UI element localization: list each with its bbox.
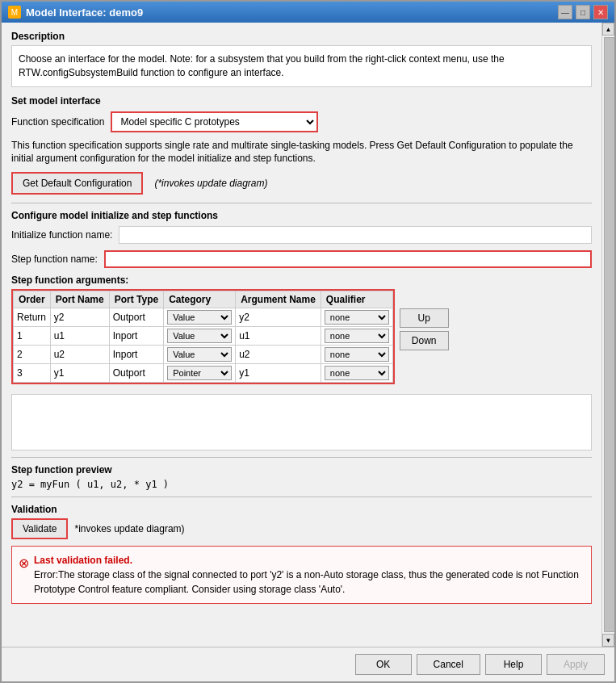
row2-category-select[interactable]: ValuePointer (167, 347, 232, 362)
row0-port-type: Outport (109, 308, 163, 327)
step-func-row: Step function name: myFun (11, 250, 592, 268)
row2-order: 2 (14, 346, 51, 364)
row2-qualifier[interactable]: noneconst (321, 346, 392, 364)
apply-button[interactable]: Apply (547, 654, 605, 675)
cancel-button[interactable]: Cancel (417, 654, 480, 675)
row1-port-type: Inport (109, 327, 163, 346)
row3-qualifier[interactable]: noneconst (321, 364, 392, 383)
row1-qualifier-select[interactable]: noneconst (325, 329, 389, 343)
scrollbar[interactable]: ▲ ▼ (601, 23, 614, 647)
row3-qualifier-select[interactable]: noneconst (325, 366, 389, 380)
row3-port-type: Outport (109, 364, 163, 383)
row1-category-select[interactable]: ValuePointer (167, 329, 232, 343)
col-qualifier: Qualifier (321, 291, 392, 308)
step-func-input[interactable]: myFun (104, 250, 592, 268)
func-spec-select[interactable]: Model specific C prototypes Default mode… (111, 111, 318, 132)
init-func-row: Initialize function name: demo9_initiali… (11, 226, 592, 244)
step-preview-label: Step function preview (11, 464, 592, 476)
col-category: Category (164, 291, 236, 308)
scroll-thumb[interactable] (604, 37, 614, 632)
row0-qualifier-select[interactable]: noneconst (325, 310, 389, 325)
row2-qualifier-select[interactable]: noneconst (325, 347, 389, 362)
minimize-button[interactable]: — (558, 5, 572, 19)
row1-category[interactable]: ValuePointer (164, 327, 236, 346)
init-func-input[interactable]: demo9_initialize (119, 226, 592, 244)
step-func-label: Step function name: (11, 254, 98, 265)
validation-label: Validation (11, 504, 592, 515)
row1-port-name: u1 (50, 327, 109, 346)
invokes-note: (*invokes update diagram) (154, 178, 267, 189)
col-order: Order (14, 291, 51, 308)
help-button[interactable]: Help (485, 654, 542, 675)
scroll-up-button[interactable]: ▲ (602, 23, 614, 36)
row3-port-name: y1 (50, 364, 109, 383)
row0-qualifier[interactable]: noneconst (321, 308, 392, 327)
row0-category-select[interactable]: ValuePointer (167, 310, 232, 325)
preview-text: y2 = myFun ( u1, u2, * y1 ) (11, 479, 592, 490)
get-default-config-button[interactable]: Get Default Configuration (11, 172, 143, 195)
close-button[interactable]: ✕ (593, 5, 608, 19)
row0-port-name: y2 (50, 308, 109, 327)
maximize-button[interactable]: □ (576, 5, 590, 19)
row3-arg-name: y1 (236, 364, 321, 383)
args-table: Order Port Name Port Type Category Argum… (13, 291, 393, 383)
main-window: M Model Interface: demo9 — □ ✕ Descripti… (0, 0, 616, 683)
down-button[interactable]: Down (400, 331, 449, 350)
error-title: Last validation failed. (34, 553, 585, 568)
row3-category[interactable]: ValuePointer (164, 364, 236, 383)
configure-label: Configure model initialize and step func… (11, 210, 592, 221)
info-text: This function specification supports sin… (11, 139, 592, 166)
window-icon: M (8, 6, 21, 19)
table-row: Return y2 Outport ValuePointer y2 (14, 308, 393, 327)
row3-category-select[interactable]: ValuePointer (167, 366, 232, 380)
row2-category[interactable]: ValuePointer (164, 346, 236, 364)
row2-arg-name: u2 (236, 346, 321, 364)
description-box: Choose an interface for the model. Note:… (11, 45, 592, 87)
error-icon: ⊗ (19, 554, 29, 573)
row2-port-name: u2 (50, 346, 109, 364)
validation-section: Validate *invokes update diagram) (11, 518, 592, 539)
row1-qualifier[interactable]: noneconst (321, 327, 392, 346)
validate-button[interactable]: Validate (11, 518, 68, 539)
init-func-label: Initialize function name: (11, 229, 112, 241)
scroll-down-button[interactable]: ▼ (602, 634, 614, 647)
row1-arg-name: u1 (236, 327, 321, 346)
up-button[interactable]: Up (400, 308, 449, 328)
row3-order: 3 (14, 364, 51, 383)
table-row: 3 y1 Outport ValuePointer y1 (14, 364, 393, 383)
side-buttons: Up Down (400, 308, 449, 350)
col-arg-name: Argument Name (236, 291, 321, 308)
validation-note: *invokes update diagram) (74, 523, 184, 534)
content-area: Description Choose an interface for the … (2, 23, 614, 681)
table-row: 1 u1 Inport ValuePointer u1 (14, 327, 393, 346)
title-bar: M Model Interface: demo9 — □ ✕ (2, 2, 614, 23)
window-title: Model Interface: demo9 (26, 6, 143, 19)
empty-area (11, 394, 592, 450)
col-port-type: Port Type (109, 291, 163, 308)
error-detail: Error:The storage class of the signal co… (34, 568, 585, 597)
row0-order: Return (14, 308, 51, 327)
error-box: ⊗ Last validation failed. Error:The stor… (11, 546, 592, 604)
row0-category[interactable]: ValuePointer (164, 308, 236, 327)
scroll-content: Description Choose an interface for the … (2, 23, 601, 647)
footer: OK Cancel Help Apply (2, 647, 614, 681)
args-table-section: Order Port Name Port Type Category Argum… (11, 289, 395, 384)
description-text: Choose an interface for the model. Note:… (19, 53, 505, 78)
table-with-buttons: Order Port Name Port Type Category Argum… (11, 289, 592, 388)
set-model-label: Set model interface (11, 95, 592, 107)
func-spec-label: Function specification (11, 116, 104, 128)
func-spec-row: Function specification Model specific C … (11, 111, 592, 132)
row0-arg-name: y2 (236, 308, 321, 327)
table-row: 2 u2 Inport ValuePointer u2 (14, 346, 393, 364)
row1-order: 1 (14, 327, 51, 346)
step-args-label: Step function arguments: (11, 274, 592, 286)
row2-port-type: Inport (109, 346, 163, 364)
col-port-name: Port Name (50, 291, 109, 308)
description-label: Description (11, 31, 592, 42)
ok-button[interactable]: OK (355, 654, 412, 675)
